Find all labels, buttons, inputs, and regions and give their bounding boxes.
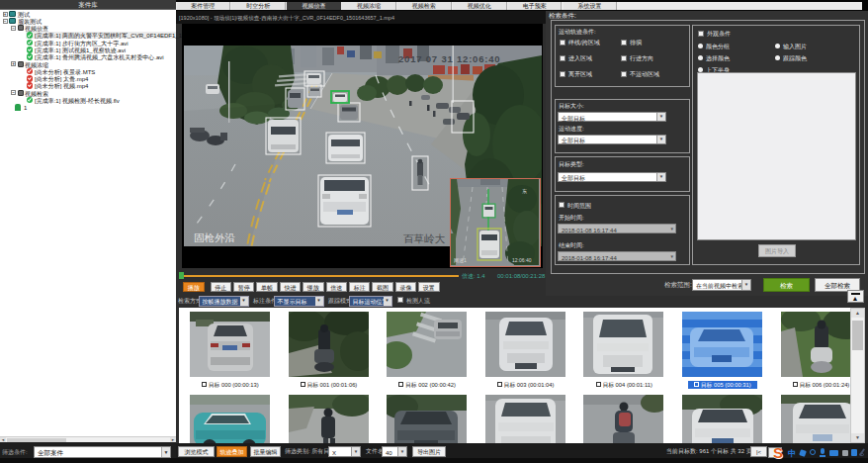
svg-text:2017 07 31 12:06:40: 2017 07 31 12:06:40 — [398, 52, 500, 63]
svg-text:固枪外沿: 固枪外沿 — [194, 232, 235, 243]
svg-text:网速1: 网速1 — [454, 257, 467, 263]
svg-text:百草岭大: 百草岭大 — [403, 232, 446, 244]
svg-text:12:06:40: 12:06:40 — [512, 257, 532, 263]
svg-text:东: 东 — [522, 188, 527, 194]
